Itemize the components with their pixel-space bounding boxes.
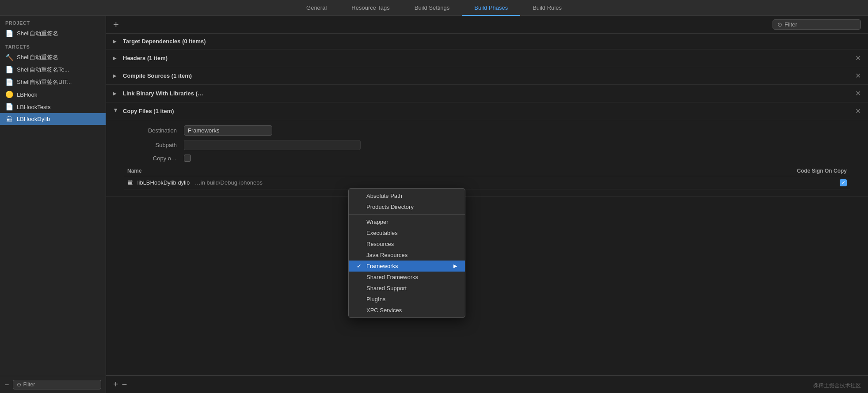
checkmark-6: ✓ — [357, 263, 364, 269]
tab-general[interactable]: General — [294, 0, 339, 16]
content-footer: + − @稀土掘金技术社区 — [106, 375, 868, 393]
target-4-icon: 📄 — [5, 103, 13, 111]
footer-remove-button[interactable]: − — [122, 379, 127, 389]
filter-label: Filter — [784, 21, 797, 28]
phase-headers[interactable]: ▶ Headers (1 item) ✕ — [106, 49, 868, 67]
phase-close-4[interactable]: ✕ — [855, 107, 861, 115]
copy-files-content: Destination Frameworks Subpath Copy o… — [106, 120, 868, 197]
dropdown-option-absolute-path[interactable]: Absolute Path — [349, 190, 465, 201]
dropdown-option-label-7: Shared Frameworks — [366, 274, 418, 280]
phase-compile-sources[interactable]: ▶ Compile Sources (1 item) ✕ — [106, 67, 868, 85]
target-0-icon: 🔨 — [5, 53, 13, 61]
sidebar-footer: − ⊙ Filter — [0, 376, 106, 393]
phase-target-dependencies[interactable]: ▶ Target Dependencies (0 items) — [106, 34, 868, 49]
dropdown-option-label-6: Frameworks — [366, 263, 398, 269]
dropdown-option-label-5: Java Resources — [366, 252, 407, 258]
name-column-header: Name — [124, 166, 643, 176]
triangle-icon-1: ▶ — [113, 56, 118, 60]
phase-title-0: Target Dependencies (0 items) — [123, 38, 861, 45]
dropdown-option-label-0: Absolute Path — [366, 193, 402, 199]
dropdown-option-products-directory[interactable]: Products Directory — [349, 201, 465, 212]
tab-build-settings[interactable]: Build Settings — [402, 0, 462, 16]
phase-close-1[interactable]: ✕ — [855, 54, 861, 62]
files-table: Name Code Sign On Copy 🏛 libLBHookDylib.… — [124, 166, 850, 189]
dropdown-option-plugins[interactable]: PlugIns — [349, 294, 465, 305]
destination-dropdown[interactable]: Frameworks — [184, 125, 272, 136]
code-sign-column-header: Code Sign On Copy — [643, 166, 850, 176]
content-toolbar: + ⊙ Filter — [106, 16, 868, 34]
sidebar-item-target-4[interactable]: 📄 LBHookTests — [0, 101, 106, 113]
targets-section-header: TARGETS — [0, 40, 106, 51]
dropdown-option-wrapper[interactable]: Wrapper — [349, 216, 465, 227]
sidebar-target-1-label: Shell自动重签名Te... — [17, 66, 69, 74]
dropdown-option-resources[interactable]: Resources — [349, 238, 465, 249]
phase-close-3[interactable]: ✕ — [855, 89, 861, 98]
copy-only-checkbox[interactable] — [184, 155, 191, 162]
add-phase-button[interactable]: + — [113, 20, 119, 30]
target-1-icon: 📄 — [5, 66, 13, 74]
phase-close-2[interactable]: ✕ — [855, 72, 861, 80]
destination-dropdown-popup: Absolute Path Products Directory Wrapper… — [348, 188, 465, 318]
arrow-right-icon: ▶ — [453, 263, 457, 269]
target-5-icon: 🏛 — [5, 115, 13, 123]
phase-copy-files[interactable]: ▶ Copy Files (1 item) ✕ — [106, 102, 868, 120]
dropdown-option-label-8: Shared Support — [366, 285, 407, 291]
dropdown-option-frameworks[interactable]: ✓ Frameworks ▶ — [349, 261, 465, 272]
tab-build-phases[interactable]: Build Phases — [462, 0, 520, 16]
code-sign-checkbox[interactable]: ✓ — [840, 179, 847, 186]
triangle-icon-2: ▶ — [113, 73, 118, 78]
file-path: …in build/Debug-iphoneos — [195, 179, 263, 186]
target-3-icon: 🟡 — [5, 91, 13, 98]
dropdown-option-label-1: Products Directory — [366, 204, 414, 210]
dropdown-option-shared-support[interactable]: Shared Support — [349, 283, 465, 294]
sidebar-filter-button[interactable]: ⊙ Filter — [13, 380, 101, 389]
project-icon: 📄 — [5, 30, 13, 38]
dropdown-option-java-resources[interactable]: Java Resources — [349, 249, 465, 261]
dropdown-option-label-9: PlugIns — [366, 296, 385, 302]
triangle-icon-4: ▶ — [114, 109, 118, 114]
dropdown-option-label-3: Executables — [366, 230, 398, 236]
sidebar-item-target-3[interactable]: 🟡 LBHook — [0, 88, 106, 101]
code-sign-cell: ✓ — [643, 176, 850, 189]
sidebar-target-5-label: LBHookDylib — [17, 116, 50, 122]
sidebar-minus-button[interactable]: − — [4, 381, 9, 389]
subpath-label: Subpath — [124, 142, 177, 148]
phase-title-2: Compile Sources (1 item) — [123, 72, 855, 79]
sidebar-item-target-5[interactable]: 🏛 LBHookDylib — [0, 113, 106, 125]
filter-box[interactable]: ⊙ Filter — [773, 19, 861, 30]
tab-build-rules[interactable]: Build Rules — [520, 0, 574, 16]
subpath-input[interactable] — [184, 140, 361, 150]
phases-list: ▶ Target Dependencies (0 items) ▶ Header… — [106, 34, 868, 393]
sidebar-target-2-label: Shell自动重签名UIT... — [17, 78, 72, 86]
file-name-cell: 🏛 libLBHookDylib.dylib …in build/Debug-i… — [124, 176, 643, 189]
phase-title-1: Headers (1 item) — [123, 55, 855, 61]
triangle-icon-3: ▶ — [113, 91, 118, 96]
table-row: 🏛 libLBHookDylib.dylib …in build/Debug-i… — [124, 176, 850, 189]
sidebar-target-0-label: Shell自动重签名 — [17, 53, 58, 61]
sidebar-item-project[interactable]: 📄 Shell自动重签名 — [0, 27, 106, 40]
sidebar-item-target-0[interactable]: 🔨 Shell自动重签名 — [0, 51, 106, 64]
triangle-icon-0: ▶ — [113, 39, 118, 44]
sidebar-item-target-2[interactable]: 📄 Shell自动重签名UIT... — [0, 76, 106, 88]
tab-resource-tags[interactable]: Resource Tags — [339, 0, 402, 16]
dropdown-option-label-10: XPC Services — [366, 307, 402, 314]
footer-add-button[interactable]: + — [113, 379, 118, 389]
phase-title-3: Link Binary With Libraries (… — [123, 90, 855, 97]
destination-row: Destination Frameworks — [124, 125, 850, 136]
phase-title-4: Copy Files (1 item) — [123, 108, 855, 114]
attribution: @稀土掘金技术社区 — [813, 382, 861, 389]
sidebar-item-target-1[interactable]: 📄 Shell自动重签名Te... — [0, 64, 106, 76]
dropdown-option-executables[interactable]: Executables — [349, 227, 465, 238]
sidebar-target-4-label: LBHookTests — [17, 104, 51, 110]
project-section-header: PROJECT — [0, 16, 106, 27]
phase-link-binary[interactable]: ▶ Link Binary With Libraries (… ✕ — [106, 85, 868, 102]
tab-bar: General Resource Tags Build Settings Bui… — [0, 0, 868, 16]
dropdown-option-xpc-services[interactable]: XPC Services — [349, 305, 465, 316]
target-2-icon: 📄 — [5, 78, 13, 86]
sidebar-target-3-label: LBHook — [17, 91, 37, 98]
dropdown-option-shared-frameworks[interactable]: Shared Frameworks — [349, 272, 465, 283]
dropdown-option-label-2: Wrapper — [366, 219, 388, 225]
sidebar: PROJECT 📄 Shell自动重签名 TARGETS 🔨 Shell自动重签… — [0, 16, 106, 393]
file-icon: 🏛 — [127, 179, 133, 186]
sidebar-project-label: Shell自动重签名 — [17, 30, 58, 38]
